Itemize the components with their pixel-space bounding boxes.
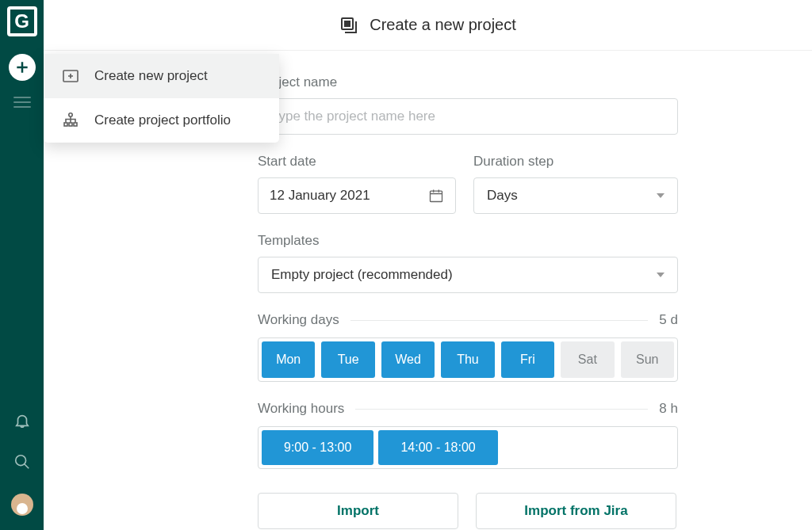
- page-title: Create a new project: [370, 16, 516, 34]
- day-toggle-mon[interactable]: Mon: [262, 341, 315, 378]
- create-project-icon: [339, 16, 358, 35]
- templates-label: Templates: [258, 233, 812, 249]
- menu-item-label: Create project portfolio: [94, 112, 231, 128]
- project-name-label: Project name: [258, 74, 812, 90]
- day-toggle-sun[interactable]: Sun: [621, 341, 674, 378]
- import-from-jira-button[interactable]: Import from Jira: [476, 493, 676, 529]
- svg-rect-7: [74, 123, 77, 126]
- hour-range-2[interactable]: 14:00 - 18:00: [378, 430, 497, 465]
- search-icon[interactable]: [13, 452, 32, 471]
- menu-item-label: Create new project: [94, 68, 208, 84]
- working-hours-summary: 8 h: [659, 401, 678, 417]
- day-toggle-fri[interactable]: Fri: [501, 341, 554, 378]
- working-days-summary: 5 d: [659, 312, 678, 328]
- chevron-down-icon: [657, 273, 665, 277]
- start-date-value: 12 January 2021: [270, 188, 370, 204]
- svg-rect-5: [64, 123, 67, 126]
- templates-select[interactable]: Empty project (recommended): [258, 257, 678, 293]
- plus-icon: [14, 59, 30, 75]
- working-hours-label: Working hours: [258, 401, 344, 417]
- hour-range-1[interactable]: 9:00 - 13:00: [262, 430, 373, 465]
- create-button[interactable]: [9, 54, 36, 81]
- avatar[interactable]: [11, 494, 33, 516]
- day-toggle-thu[interactable]: Thu: [441, 341, 494, 378]
- menu-item-create-portfolio[interactable]: Create project portfolio: [44, 98, 279, 143]
- project-name-input[interactable]: [258, 98, 678, 135]
- working-days-picker: Mon Tue Wed Thu Fri Sat Sun: [258, 337, 678, 382]
- page-header: Create a new project: [44, 0, 812, 51]
- duration-step-value: Days: [487, 188, 518, 204]
- start-date-input[interactable]: 12 January 2021: [258, 177, 456, 214]
- portfolio-icon: [61, 111, 80, 130]
- svg-rect-2: [344, 21, 350, 27]
- svg-point-4: [69, 113, 72, 116]
- templates-value: Empty project (recommended): [271, 267, 453, 283]
- start-date-label: Start date: [258, 154, 456, 170]
- calendar-icon: [428, 188, 444, 204]
- notifications-icon[interactable]: [13, 411, 32, 430]
- chevron-down-icon: [657, 193, 665, 198]
- duration-step-label: Duration step: [473, 154, 678, 170]
- import-button[interactable]: Import: [258, 493, 458, 529]
- working-days-label: Working days: [258, 312, 339, 328]
- day-toggle-sat[interactable]: Sat: [561, 341, 614, 378]
- app-logo: G: [7, 6, 37, 36]
- sidebar: G: [0, 0, 44, 530]
- new-project-icon: [61, 67, 80, 86]
- day-toggle-tue[interactable]: Tue: [321, 341, 374, 378]
- working-hours-picker: 9:00 - 13:00 14:00 - 18:00: [258, 426, 678, 469]
- svg-point-0: [15, 456, 25, 466]
- menu-item-create-project[interactable]: Create new project: [44, 54, 279, 98]
- divider: [350, 320, 649, 321]
- svg-rect-8: [431, 191, 442, 201]
- menu-icon[interactable]: [13, 97, 31, 108]
- divider: [355, 409, 648, 410]
- duration-step-select[interactable]: Days: [473, 177, 678, 214]
- svg-rect-6: [69, 123, 72, 126]
- create-popup-menu: Create new project Create project portfo…: [44, 54, 279, 143]
- day-toggle-wed[interactable]: Wed: [381, 341, 435, 378]
